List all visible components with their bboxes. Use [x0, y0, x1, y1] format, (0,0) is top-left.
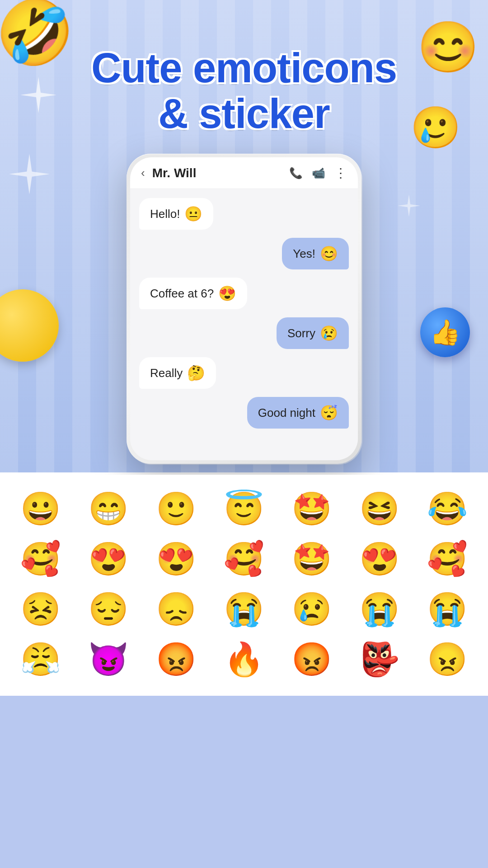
emoji-sob[interactable]: 😭	[348, 586, 411, 632]
emoji-big-grin[interactable]: 😁	[77, 486, 140, 532]
message-bubble-right: Sorry 😢	[277, 317, 349, 349]
back-button[interactable]: ‹	[141, 166, 145, 180]
sparkle-decoration-large	[9, 154, 50, 196]
svg-marker-3	[398, 194, 420, 217]
emoji-goblin[interactable]: 👺	[348, 637, 411, 682]
message-emoji: 😴	[320, 404, 338, 421]
message-text: Yes!	[293, 247, 315, 261]
thumbs-up-ball: 👍	[420, 307, 470, 357]
float-emoji-laughing: 🤣	[0, 0, 75, 70]
emoji-squint-laugh[interactable]: 😆	[348, 486, 411, 532]
emoji-cry[interactable]: 😢	[280, 586, 343, 632]
emoji-heart-face[interactable]: 🥰	[212, 536, 276, 582]
emoji-star-eyes[interactable]: 🤩	[280, 486, 343, 532]
message-row: Yes! 😊	[139, 238, 349, 269]
message-text: Coffee at 6?	[150, 287, 214, 301]
svg-marker-2	[9, 154, 50, 194]
float-emoji-happy: 😊	[417, 18, 479, 76]
emoji-rage[interactable]: 😡	[280, 637, 343, 682]
message-bubble-right: Good night 😴	[247, 397, 349, 429]
message-text: Sorry	[287, 326, 315, 340]
emoji-panel: 😀 😁 🙂 😇 🤩 😆 😂 🥰 😍 😍 🥰 🤩 😍 🥰 😣 😔 😞 😭 😢 😭 …	[0, 472, 488, 696]
emoji-heart-eyes-grin[interactable]: 😍	[77, 536, 140, 582]
emoji-grr[interactable]: 😠	[416, 637, 479, 682]
chat-body: Hello! 😐 Yes! 😊 Coffee	[130, 189, 358, 460]
chat-header: ‹ Mr. Will 📞 📹 ⋮	[130, 157, 358, 189]
emoji-persevere[interactable]: 😣	[9, 586, 72, 632]
emoji-sad[interactable]: 😔	[77, 586, 140, 632]
message-emoji: 😐	[184, 205, 202, 222]
more-options-icon[interactable]: ⋮	[334, 165, 347, 180]
emoji-angry[interactable]: 😤	[9, 637, 72, 682]
message-text: Good night	[258, 406, 315, 420]
emoji-heart-eyes-open[interactable]: 😍	[145, 536, 208, 582]
message-bubble-right: Yes! 😊	[282, 238, 349, 269]
emoji-heart-laugh[interactable]: 😍	[348, 536, 411, 582]
message-text: Hello!	[150, 207, 180, 221]
message-emoji: 😍	[218, 285, 236, 302]
message-row: Hello! 😐	[139, 198, 349, 230]
emoji-heart-squint[interactable]: 🥰	[416, 536, 479, 582]
sparkle-decoration-right	[398, 194, 420, 219]
video-icon[interactable]: 📹	[312, 167, 325, 179]
message-text: Really	[150, 366, 183, 380]
phone-icon[interactable]: 📞	[289, 167, 303, 179]
emoji-heart-surprised[interactable]: 🤩	[280, 536, 343, 582]
message-row: Good night 😴	[139, 397, 349, 429]
header-action-icons: 📞 📹 ⋮	[289, 165, 347, 180]
contact-name: Mr. Will	[152, 166, 282, 180]
emoji-cry-loud[interactable]: 😭	[212, 586, 276, 632]
yellow-ball-decoration	[0, 289, 59, 362]
float-emoji-cry-laugh: 🥲	[410, 104, 461, 151]
emoji-tears-joy[interactable]: 😂	[416, 486, 479, 532]
emoji-fire[interactable]: 🔥	[212, 637, 276, 682]
emoji-grid: 😀 😁 🙂 😇 🤩 😆 😂 🥰 😍 😍 🥰 🤩 😍 🥰 😣 😔 😞 😭 😢 😭 …	[9, 486, 479, 682]
emoji-cry-squirt[interactable]: 😭	[416, 586, 479, 632]
message-emoji: 😢	[320, 325, 338, 342]
message-emoji: 😊	[320, 245, 338, 262]
emoji-devil[interactable]: 😈	[77, 637, 140, 682]
emoji-grin[interactable]: 😀	[9, 486, 72, 532]
emoji-smile[interactable]: 🙂	[145, 486, 208, 532]
message-row: Really 🤔	[139, 357, 349, 389]
emoji-mad[interactable]: 😡	[145, 637, 208, 682]
emoji-halo[interactable]: 😇	[212, 486, 276, 532]
emoji-heart-smile[interactable]: 🥰	[9, 536, 72, 582]
emoji-disappointed[interactable]: 😞	[145, 586, 208, 632]
message-row: Sorry 😢	[139, 317, 349, 349]
message-emoji: 🤔	[187, 364, 205, 382]
phone-mockup: ‹ Mr. Will 📞 📹 ⋮ Hello! 😐	[127, 154, 361, 464]
message-bubble-left: Coffee at 6? 😍	[139, 278, 247, 309]
message-row: Coffee at 6? 😍	[139, 278, 349, 309]
message-bubble-left: Really 🤔	[139, 357, 216, 389]
hero-section: 🤣 😊 🥲 👍 Cute emoticons & sticker ‹ Mr. W…	[0, 0, 488, 475]
message-bubble-left: Hello! 😐	[139, 198, 213, 230]
